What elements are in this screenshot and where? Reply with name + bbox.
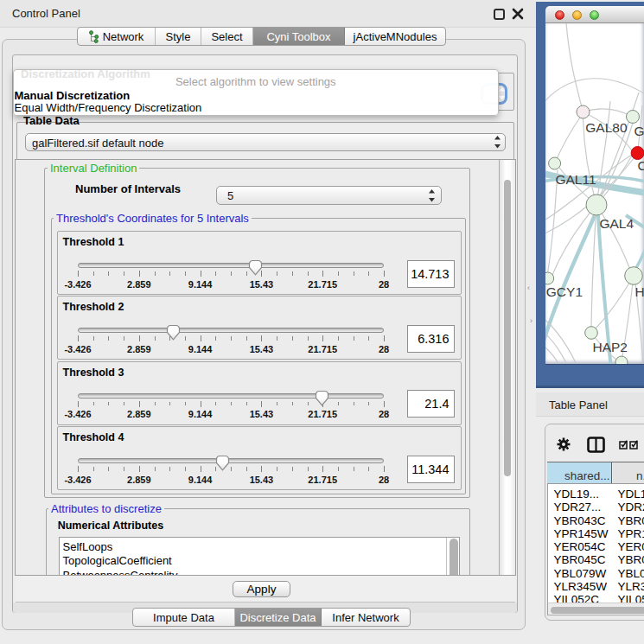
svg-text:GCY1: GCY1 — [546, 284, 583, 299]
svg-text:GA: GA — [634, 124, 644, 138]
svg-text:GAL11: GAL11 — [555, 172, 596, 187]
svg-text:HAP2: HAP2 — [593, 340, 628, 354]
svg-text:GAL80: GAL80 — [585, 120, 628, 135]
svg-text:H: H — [635, 284, 644, 299]
svg-text:C: C — [638, 158, 644, 173]
svg-text:GAL4: GAL4 — [599, 216, 634, 231]
